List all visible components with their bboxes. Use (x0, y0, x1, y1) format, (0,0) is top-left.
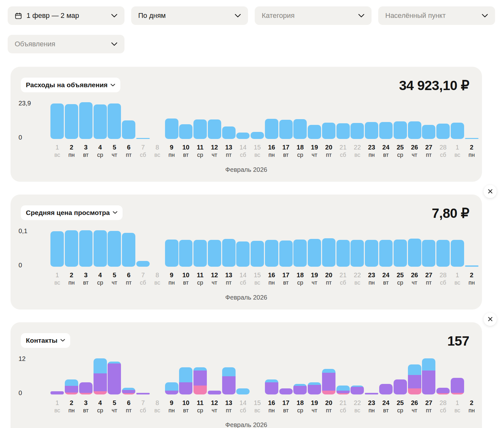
bar[interactable] (350, 123, 364, 139)
stacked-bar[interactable] (451, 378, 464, 394)
bar[interactable] (108, 103, 121, 139)
bar[interactable] (308, 239, 321, 267)
close-chart-button[interactable] (484, 313, 497, 326)
bar[interactable] (279, 120, 293, 139)
x-label-day: 8 (155, 271, 159, 279)
bar[interactable] (208, 240, 221, 266)
bar[interactable] (365, 240, 378, 266)
stacked-bar[interactable] (293, 384, 307, 394)
stacked-bar[interactable] (365, 393, 378, 394)
bar[interactable] (179, 124, 192, 139)
stacked-bar[interactable] (236, 388, 250, 394)
bar[interactable] (422, 125, 435, 139)
bar[interactable] (436, 240, 450, 266)
bar[interactable] (94, 230, 107, 267)
bar[interactable] (465, 265, 478, 267)
category-filter[interactable]: Категория (255, 6, 372, 25)
stacked-bar[interactable] (122, 388, 135, 394)
stacked-bar[interactable] (94, 358, 107, 394)
bar[interactable] (279, 241, 293, 267)
stacked-bar[interactable] (379, 384, 393, 394)
bar[interactable] (265, 119, 278, 139)
stacked-bar[interactable] (108, 362, 121, 394)
bar[interactable] (365, 122, 378, 139)
stacked-bar[interactable] (50, 391, 64, 394)
bar[interactable] (208, 119, 221, 139)
stacked-bar[interactable] (222, 367, 236, 394)
stacked-bar[interactable] (436, 388, 450, 394)
bar[interactable] (179, 240, 192, 266)
bar[interactable] (436, 124, 450, 139)
stacked-bar[interactable] (279, 388, 293, 394)
location-filter[interactable]: Населённый пункт (378, 6, 495, 25)
x-label-day: 6 (127, 399, 131, 407)
bar[interactable] (122, 233, 135, 267)
bar[interactable] (394, 121, 407, 139)
bar[interactable] (193, 240, 207, 266)
bar[interactable] (265, 240, 278, 266)
bar[interactable] (251, 241, 264, 267)
stacked-bar[interactable] (165, 382, 178, 394)
bar[interactable] (222, 126, 236, 139)
metric-selector-button[interactable]: Средняя цена просмотра (21, 205, 123, 220)
stacked-bar[interactable] (422, 358, 435, 394)
bar[interactable] (108, 231, 121, 266)
bar[interactable] (394, 240, 407, 266)
metric-selector-button[interactable]: Контакты (21, 333, 70, 348)
bar[interactable] (451, 240, 464, 266)
stacked-bar[interactable] (208, 391, 221, 394)
stacked-bar[interactable] (308, 382, 321, 394)
bar[interactable] (222, 239, 236, 267)
bar[interactable] (236, 241, 250, 267)
bar[interactable] (322, 238, 335, 267)
close-chart-button[interactable] (484, 185, 497, 198)
bar[interactable] (50, 231, 64, 266)
date-range-filter[interactable]: 1 февр — 2 мар (8, 6, 124, 25)
bar[interactable] (65, 230, 78, 267)
bar[interactable] (408, 239, 421, 267)
stacked-bar[interactable] (136, 393, 150, 394)
stacked-bar[interactable] (179, 367, 192, 394)
bar[interactable] (451, 123, 464, 139)
bar[interactable] (308, 125, 321, 139)
stacked-bar[interactable] (350, 386, 364, 394)
ads-filter[interactable]: Объявления (8, 35, 124, 53)
stacked-bar[interactable] (336, 386, 350, 394)
bar[interactable] (379, 122, 393, 139)
bar[interactable] (65, 104, 78, 139)
bar[interactable] (79, 102, 93, 139)
bar[interactable] (193, 119, 207, 139)
stacked-bar[interactable] (65, 379, 78, 394)
metric-selector-button[interactable]: Расходы на объявления (21, 78, 120, 92)
bar[interactable] (293, 240, 307, 266)
grouping-filter[interactable]: По дням (131, 6, 248, 25)
bar[interactable] (350, 240, 364, 266)
bar[interactable] (408, 121, 421, 139)
bar[interactable] (322, 123, 335, 139)
bar[interactable] (50, 103, 64, 139)
bar[interactable] (293, 119, 307, 139)
stacked-bar[interactable] (193, 367, 207, 394)
stacked-bar[interactable] (394, 379, 407, 394)
bar[interactable] (336, 123, 350, 139)
stacked-bar[interactable] (322, 369, 335, 394)
bar[interactable] (94, 104, 107, 139)
bar[interactable] (136, 261, 150, 267)
bar[interactable] (336, 240, 350, 266)
bar[interactable] (165, 240, 178, 266)
bar[interactable] (165, 118, 178, 139)
bar-segment-purple-segment (65, 386, 78, 393)
y-axis-zero-label: 0 (19, 262, 22, 269)
bar[interactable] (422, 240, 435, 266)
bar-slot (250, 357, 265, 394)
bar[interactable] (136, 138, 150, 139)
bar[interactable] (236, 133, 250, 139)
stacked-bar[interactable] (408, 364, 421, 394)
bar[interactable] (251, 132, 264, 139)
bar[interactable] (465, 138, 478, 139)
stacked-bar[interactable] (79, 382, 93, 394)
stacked-bar[interactable] (265, 379, 278, 394)
bar[interactable] (79, 230, 93, 267)
bar[interactable] (122, 120, 135, 139)
bar[interactable] (379, 240, 393, 266)
